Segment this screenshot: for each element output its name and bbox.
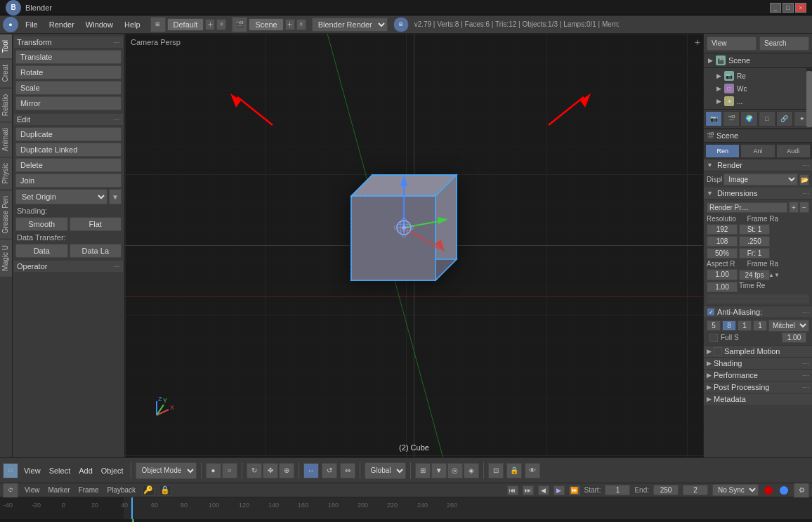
- render-tab[interactable]: Ren: [705, 144, 740, 158]
- mirror-button[interactable]: Mirror: [15, 96, 122, 110]
- tab-animation[interactable]: Animati: [0, 122, 12, 157]
- tab-create[interactable]: Creat: [0, 58, 12, 87]
- smooth-button[interactable]: Smooth: [15, 217, 68, 231]
- scene-scrollbar-thumb[interactable]: [806, 71, 812, 127]
- layout-close-button[interactable]: ×: [216, 19, 226, 30]
- menu-render[interactable]: Render: [45, 19, 79, 30]
- scale-button[interactable]: Scale: [15, 81, 122, 95]
- aspect-slider[interactable]: [707, 294, 809, 299]
- close-button[interactable]: ×: [795, 3, 806, 13]
- translate-button[interactable]: Translate: [15, 50, 122, 64]
- res-percent-field[interactable]: 50%: [707, 248, 738, 259]
- translate-icon[interactable]: ↔: [303, 463, 319, 478]
- maximize-button[interactable]: □: [782, 3, 794, 13]
- global-dropdown[interactable]: Global: [365, 462, 406, 479]
- lock-icon-timeline[interactable]: 🔒: [159, 485, 171, 496]
- aspect-x-field[interactable]: 1.00: [707, 269, 738, 280]
- end-frame-field[interactable]: 250: [653, 485, 679, 495]
- pan-icon[interactable]: ✥: [263, 463, 278, 478]
- layout-tab-default[interactable]: Default: [167, 18, 204, 31]
- layout-add-button[interactable]: +: [205, 19, 215, 30]
- start-frame-field[interactable]: 1: [605, 485, 630, 495]
- proportional-icon[interactable]: ◎: [447, 463, 463, 478]
- tab-relations[interactable]: Relatio: [0, 88, 12, 122]
- post-processing-header[interactable]: ▶ Post Processing ····: [704, 381, 812, 393]
- scale-icon-toolbar[interactable]: ⇔: [340, 463, 355, 478]
- flat-button[interactable]: Flat: [70, 217, 122, 231]
- play-btn[interactable]: ▶: [554, 485, 565, 495]
- lock-icon[interactable]: 🔒: [506, 463, 522, 478]
- fps-arrows[interactable]: ▲▼: [771, 269, 778, 280]
- sync-mode-select[interactable]: No Sync: [712, 484, 759, 496]
- aa-val2[interactable]: 8: [722, 320, 736, 331]
- full-sample-checkbox[interactable]: [709, 334, 718, 342]
- edit-section-header[interactable]: Edit ····: [14, 114, 123, 125]
- scene-scrollbar[interactable]: [806, 68, 812, 109]
- operator-section-header[interactable]: Operator ····: [14, 261, 123, 272]
- duplicate-linked-button[interactable]: Duplicate Linked: [15, 143, 122, 157]
- tab-tool[interactable]: Tool: [0, 34, 12, 58]
- full-sample-value[interactable]: 1.00: [782, 332, 806, 343]
- scene-tab[interactable]: Scene: [249, 18, 283, 31]
- render-props-icon[interactable]: 📷: [705, 111, 722, 126]
- aa-val4[interactable]: 1: [753, 320, 767, 331]
- performance-section-header[interactable]: ▶ Performance ····: [704, 369, 812, 381]
- viewport[interactable]: Camera Persp +: [125, 34, 703, 457]
- transform-section-header[interactable]: Transform ····: [14, 37, 123, 48]
- search-button-right[interactable]: Search: [759, 37, 809, 51]
- timeline-view-menu[interactable]: View: [22, 486, 42, 494]
- menu-file[interactable]: File: [21, 19, 42, 30]
- preset-minus[interactable]: −: [799, 202, 809, 213]
- scene-item-re[interactable]: ▶ 📷 Re: [716, 70, 809, 82]
- menu-help[interactable]: Help: [120, 19, 145, 30]
- orbit-icon[interactable]: ↻: [247, 463, 262, 478]
- aa-filter-select[interactable]: Mitchel: [768, 320, 809, 332]
- render-preset-field[interactable]: Render Pr....: [707, 202, 787, 213]
- set-origin-select[interactable]: Set Origin: [15, 189, 107, 204]
- scene-item-light[interactable]: ▶ ☀ ...: [716, 95, 809, 107]
- keyframe-dot[interactable]: [780, 486, 788, 495]
- sampled-motion-header[interactable]: ▶ Sampled Motion: [704, 345, 812, 357]
- dimensions-section-header[interactable]: ▼ Dimensions ····: [704, 188, 812, 200]
- render-section-header[interactable]: ▼ Render ····: [704, 159, 812, 171]
- mode-dropdown[interactable]: Object Mode: [136, 462, 197, 479]
- scene-add-button[interactable]: +: [285, 19, 295, 30]
- duplicate-button[interactable]: Duplicate: [15, 127, 122, 141]
- tab-physics[interactable]: Physic: [0, 157, 12, 189]
- scene-icon[interactable]: 🎬: [232, 17, 247, 32]
- aspect-y-field[interactable]: 1.00: [707, 282, 738, 292]
- select-menu[interactable]: Select: [46, 466, 74, 475]
- aa-val1[interactable]: 5: [707, 320, 721, 331]
- aa-val3[interactable]: 1: [738, 320, 752, 331]
- visible-icon[interactable]: 👁: [525, 463, 540, 478]
- anti-aliasing-checkbox[interactable]: ✓: [707, 308, 715, 316]
- res-x-field[interactable]: 192: [707, 224, 738, 235]
- layer-icon[interactable]: ⊡: [488, 463, 504, 478]
- data-la-button[interactable]: Data La: [70, 244, 122, 258]
- jump-prev-btn[interactable]: ⏭: [523, 485, 534, 495]
- view-menu[interactable]: View: [21, 466, 44, 475]
- render-engine-select[interactable]: Blender Render: [312, 18, 388, 32]
- data-button[interactable]: Data: [15, 244, 68, 258]
- frame-step-field[interactable]: Fr: 1: [739, 248, 770, 259]
- shading-section-header[interactable]: ▶ Shading ····: [704, 357, 812, 369]
- fps-field[interactable]: 24 fps: [739, 270, 770, 280]
- sampled-motion-checkbox[interactable]: [714, 347, 722, 355]
- audio-tab[interactable]: Audi: [776, 144, 811, 158]
- rotate-button[interactable]: Rotate: [15, 65, 122, 79]
- object-props-icon[interactable]: □: [759, 111, 775, 126]
- constraints-icon[interactable]: 🔗: [776, 111, 793, 126]
- titlebar-controls[interactable]: _ □ ×: [770, 3, 806, 13]
- auto-merge-icon[interactable]: ◈: [464, 463, 479, 478]
- view-button-right[interactable]: View: [707, 37, 757, 51]
- world-props-icon[interactable]: 🌍: [740, 111, 757, 126]
- timeline-marker-menu[interactable]: Marker: [46, 486, 72, 494]
- menu-window[interactable]: Window: [81, 19, 117, 30]
- scene-close-button[interactable]: ×: [296, 19, 306, 30]
- jump-start-btn[interactable]: ⏮: [507, 485, 518, 495]
- timeline-playback-menu[interactable]: Playback: [105, 486, 138, 494]
- res-y-field[interactable]: 108: [707, 236, 738, 247]
- frame-end-field[interactable]: .250: [739, 236, 770, 247]
- timeline-frame-menu[interactable]: Frame: [77, 486, 101, 494]
- tab-magic-u[interactable]: Magic U: [0, 239, 12, 277]
